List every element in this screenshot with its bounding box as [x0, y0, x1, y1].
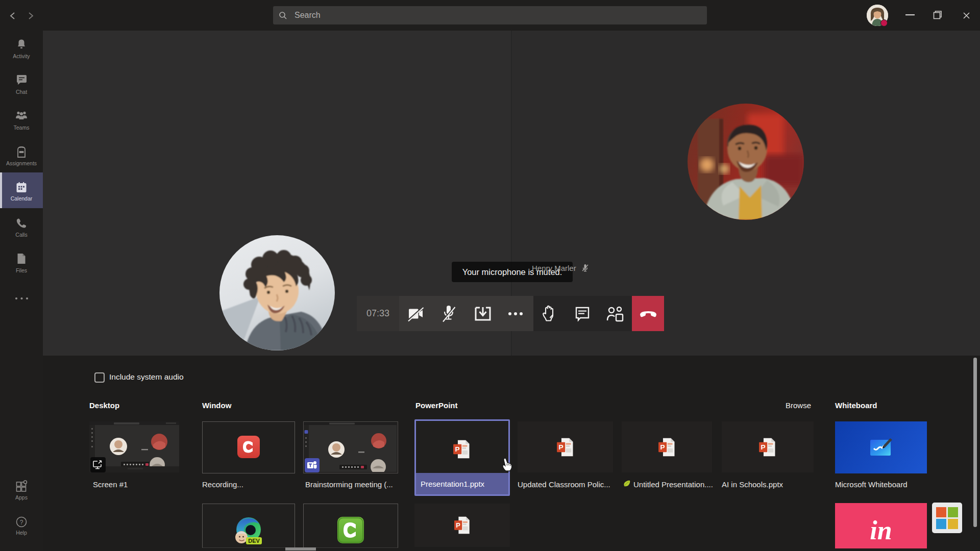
svg-text:P: P: [761, 443, 766, 451]
svg-text:P: P: [456, 521, 460, 529]
svg-text:P: P: [455, 445, 460, 453]
svg-text:P: P: [660, 443, 665, 451]
svg-text:DEV: DEV: [248, 538, 260, 544]
svg-text:P: P: [558, 443, 563, 451]
svg-text:?: ?: [20, 519, 23, 526]
